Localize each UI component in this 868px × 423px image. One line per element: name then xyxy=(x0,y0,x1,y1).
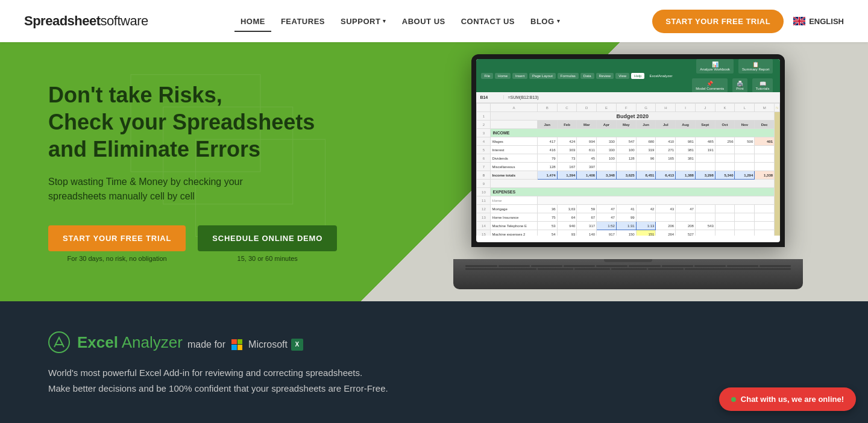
excel-icon: X xyxy=(291,339,303,351)
nav-support[interactable]: SUPPORT▾ xyxy=(335,12,392,31)
uk-flag-icon xyxy=(793,17,805,25)
excel-analyzer-header: Excel Analyzer made for Microsoft X xyxy=(48,331,820,353)
ribbon-tab-file[interactable]: File xyxy=(481,73,493,79)
hero-title: Don't take Risks, Check your Spreadsheet… xyxy=(48,81,332,163)
spreadsheet-visual: File Home Insert Page Layout Formulas Da… xyxy=(476,59,780,242)
budget-table: A B C D E F G H I J xyxy=(476,103,780,236)
laptop-screen-inner: File Home Insert Page Layout Formulas Da… xyxy=(476,59,780,242)
hero-trial-subtext: For 30 days, no risk, no obligation xyxy=(68,255,167,262)
laptop-container: File Home Insert Page Layout Formulas Da… xyxy=(453,54,803,289)
chat-button[interactable]: Chat with us, we are online! xyxy=(719,387,856,411)
nav-trial-button[interactable]: START YOUR FREE TRIAL xyxy=(652,10,784,33)
nav-about[interactable]: ABOUT US xyxy=(396,12,451,31)
navbar: Spreadsheetsoftware HOME FEATURES SUPPOR… xyxy=(0,0,868,42)
ribbon-tab-formulas[interactable]: Formulas xyxy=(558,73,579,79)
excel-analyzer-icon xyxy=(48,331,70,353)
chat-button-label: Chat with us, we are online! xyxy=(741,395,844,404)
hero-section: Don't take Risks, Check your Spreadsheet… xyxy=(0,42,868,301)
formula-content: =SUM(B12:B13) xyxy=(508,95,538,99)
demo-btn-group: SCHEDULE ONLINE DEMO 15, 30 or 60 minute… xyxy=(198,225,337,262)
navbar-right: START YOUR FREE TRIAL ENGLISH xyxy=(652,10,844,33)
support-dropdown-arrow: ▾ xyxy=(383,18,386,24)
ribbon-tab-home[interactable]: Home xyxy=(495,73,511,79)
trial-btn-group: START YOUR FREE TRIAL For 30 days, no ri… xyxy=(48,225,186,262)
hero-laptop-image: File Home Insert Page Layout Formulas Da… xyxy=(377,42,868,301)
ea-made-for: made for Microsoft X xyxy=(187,339,303,351)
chat-online-dot xyxy=(731,397,736,402)
hero-subtitle: Stop wasting Time & Money by checking yo… xyxy=(48,175,332,204)
hero-demo-button[interactable]: SCHEDULE ONLINE DEMO xyxy=(198,225,337,251)
nav-contact[interactable]: CONTACT US xyxy=(455,12,521,31)
ribbon-tab-data[interactable]: Data xyxy=(580,73,594,79)
brand-name-part2: software xyxy=(101,13,148,28)
ribbon-tab-insert[interactable]: Insert xyxy=(512,73,527,79)
ribbon-tab-ea[interactable]: ExcelAnalyzer xyxy=(646,73,675,79)
brand-logo[interactable]: Spreadsheetsoftware xyxy=(24,13,148,29)
spreadsheet-grid: A B C D E F G H I J xyxy=(476,103,780,236)
laptop-screen: File Home Insert Page Layout Formulas Da… xyxy=(471,54,785,247)
laptop-keyboard xyxy=(453,259,803,289)
ribbon-tab-view[interactable]: View xyxy=(615,73,629,79)
ribbon-tab-page[interactable]: Page Layout xyxy=(529,73,556,79)
dark-section-description: World's most powerful Excel Add-in for r… xyxy=(48,365,470,396)
ea-title-text: Excel Analyzer xyxy=(77,333,183,352)
cell-reference: B14 xyxy=(480,95,504,99)
hero-buttons: START YOUR FREE TRIAL For 30 days, no ri… xyxy=(48,225,332,262)
hero-trial-button[interactable]: START YOUR FREE TRIAL xyxy=(48,225,186,251)
hero-content: Don't take Risks, Check your Spreadsheet… xyxy=(0,45,332,298)
lang-label: ENGLISH xyxy=(809,17,844,26)
ea-logo-svg xyxy=(48,331,70,353)
ribbon-tab-addins[interactable]: Help xyxy=(631,73,644,79)
hero-demo-subtext: 15, 30 or 60 minutes xyxy=(237,255,298,262)
language-selector[interactable]: ENGLISH xyxy=(793,17,844,26)
nav-blog[interactable]: BLOG▾ xyxy=(524,12,566,31)
nav-features[interactable]: FEATURES xyxy=(275,12,331,31)
svg-point-4 xyxy=(49,332,69,352)
nav-links: HOME FEATURES SUPPORT▾ ABOUT US CONTACT … xyxy=(234,12,566,31)
spreadsheet-ribbon: File Home Insert Page Layout Formulas Da… xyxy=(476,59,780,92)
ea-title-row: Excel Analyzer made for Microsoft X xyxy=(77,333,303,352)
brand-name-part1: Spreadsheet xyxy=(24,13,101,28)
ribbon-tab-review[interactable]: Review xyxy=(596,73,614,79)
blog-dropdown-arrow: ▾ xyxy=(557,18,561,24)
microsoft-logo-icon xyxy=(231,339,242,350)
nav-home[interactable]: HOME xyxy=(234,12,271,32)
